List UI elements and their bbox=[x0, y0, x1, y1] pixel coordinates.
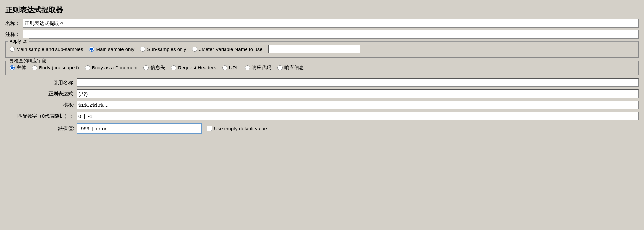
use-empty-label: Use empty default value bbox=[214, 126, 267, 131]
jmeter-var-input[interactable] bbox=[268, 45, 360, 53]
radio-body-unescaped[interactable]: Body (unescaped) bbox=[32, 65, 79, 70]
page-title: 正则表达式提取器 bbox=[5, 5, 639, 15]
radio-resp-msg[interactable]: 响应信息 bbox=[277, 65, 304, 71]
default-value-row: 缺省值: Use empty default value bbox=[5, 123, 639, 134]
comment-input[interactable] bbox=[23, 30, 639, 39]
regex-row: 正则表达式: bbox=[5, 89, 639, 98]
default-value-label: 缺省值: bbox=[5, 125, 74, 132]
radio-resp-msg-label: 响应信息 bbox=[284, 65, 304, 71]
apply-to-legend: Apply to: bbox=[8, 38, 29, 44]
radio-req-headers-label: Request Headers bbox=[178, 65, 216, 70]
radio-url-label: URL bbox=[229, 65, 239, 70]
radio-body-label: 主体 bbox=[16, 65, 26, 71]
response-field-radio-group: 主体 Body (unescaped) Body as a Document 信… bbox=[10, 65, 634, 71]
radio-info-input[interactable] bbox=[143, 65, 149, 70]
radio-main-only[interactable]: Main sample only bbox=[89, 47, 134, 52]
apply-to-group: Apply to: Main sample and sub-samples Ma… bbox=[5, 41, 639, 58]
name-input[interactable] bbox=[23, 19, 639, 28]
template-row: 模板: bbox=[5, 101, 639, 109]
radio-jmeter-var-input[interactable] bbox=[192, 47, 197, 52]
radio-info-label: 信息头 bbox=[150, 65, 165, 71]
radio-body-doc-label: Body as a Document bbox=[92, 65, 138, 70]
radio-main-only-label: Main sample only bbox=[96, 47, 134, 52]
comment-label: 注释： bbox=[5, 31, 21, 38]
ref-name-row: 引用名称: bbox=[5, 78, 639, 87]
ref-name-input[interactable] bbox=[77, 78, 639, 87]
radio-main-sub[interactable]: Main sample and sub-samples bbox=[10, 47, 83, 52]
regex-label: 正则表达式: bbox=[5, 91, 74, 97]
radio-main-sub-input[interactable] bbox=[10, 47, 15, 52]
radio-resp-code-input[interactable] bbox=[245, 65, 250, 70]
radio-resp-code-label: 响应代码 bbox=[252, 65, 271, 71]
radio-req-headers-input[interactable] bbox=[171, 65, 176, 70]
template-input[interactable] bbox=[77, 101, 639, 109]
name-row: 名称： bbox=[5, 19, 639, 28]
radio-resp-code[interactable]: 响应代码 bbox=[245, 65, 271, 71]
radio-body-input[interactable] bbox=[10, 65, 15, 70]
apply-to-radio-group: Main sample and sub-samples Main sample … bbox=[10, 45, 634, 53]
response-field-group: 要检查的响应字段 主体 Body (unescaped) Body as a D… bbox=[5, 61, 639, 75]
match-num-input[interactable] bbox=[77, 112, 639, 120]
match-num-label: 匹配数字（0代表随机）： bbox=[5, 113, 74, 119]
radio-sub-only[interactable]: Sub-samples only bbox=[140, 47, 186, 52]
response-field-legend: 要检查的响应字段 bbox=[8, 58, 48, 64]
regex-input[interactable] bbox=[77, 89, 639, 98]
radio-sub-only-label: Sub-samples only bbox=[147, 47, 186, 52]
match-num-row: 匹配数字（0代表随机）： bbox=[5, 112, 639, 120]
radio-body-doc[interactable]: Body as a Document bbox=[85, 65, 138, 70]
radio-jmeter-var-label: JMeter Variable Name to use bbox=[199, 47, 262, 52]
radio-body-doc-input[interactable] bbox=[85, 65, 90, 70]
radio-jmeter-var[interactable]: JMeter Variable Name to use bbox=[192, 47, 262, 52]
use-empty-checkbox-item[interactable]: Use empty default value bbox=[207, 126, 267, 131]
default-value-input[interactable] bbox=[77, 123, 202, 134]
radio-main-sub-label: Main sample and sub-samples bbox=[16, 47, 83, 52]
form-container: 正则表达式提取器 名称： 注释： Apply to: Main sample a… bbox=[5, 5, 639, 134]
comment-row: 注释： bbox=[5, 30, 639, 39]
ref-name-label: 引用名称: bbox=[5, 80, 74, 86]
radio-body-unescaped-input[interactable] bbox=[32, 65, 37, 70]
radio-main-only-input[interactable] bbox=[89, 47, 94, 52]
extraction-section: 引用名称: 正则表达式: 模板: 匹配数字（0代表随机）： 缺省值: Use e… bbox=[5, 78, 639, 134]
radio-body[interactable]: 主体 bbox=[10, 65, 26, 71]
template-label: 模板: bbox=[5, 102, 74, 108]
radio-body-unescaped-label: Body (unescaped) bbox=[39, 65, 79, 70]
radio-req-headers[interactable]: Request Headers bbox=[171, 65, 216, 70]
radio-url-input[interactable] bbox=[222, 65, 227, 70]
name-label: 名称： bbox=[5, 20, 21, 27]
radio-info[interactable]: 信息头 bbox=[143, 65, 165, 71]
use-empty-checkbox[interactable] bbox=[207, 126, 212, 131]
radio-sub-only-input[interactable] bbox=[140, 47, 145, 52]
radio-url[interactable]: URL bbox=[222, 65, 239, 70]
radio-resp-msg-input[interactable] bbox=[277, 65, 283, 70]
